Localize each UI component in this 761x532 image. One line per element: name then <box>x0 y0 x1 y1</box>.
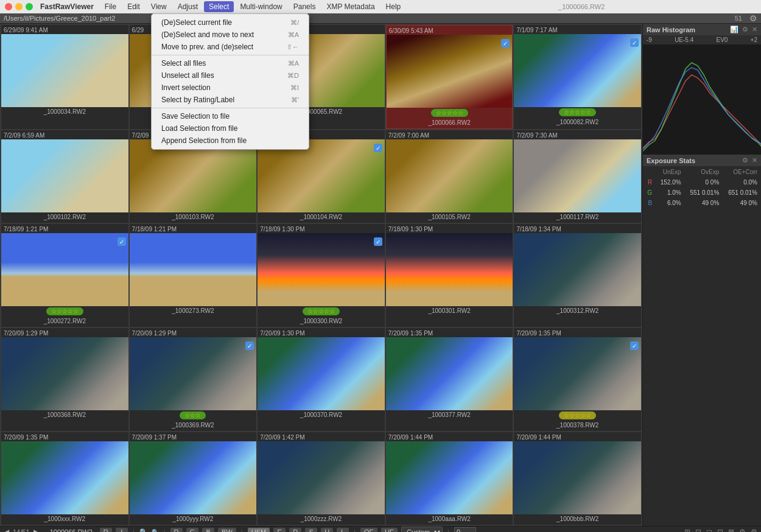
thumb-filename: _1000xxx.RW2 <box>1 514 128 525</box>
thumbnail-cell-17[interactable]: 7/20/09 1:29 PM✓☆☆☆_1000369.RW2 <box>130 328 257 431</box>
btn-H[interactable]: H <box>321 528 333 532</box>
histogram-close-icon[interactable]: ✕ <box>752 26 757 33</box>
compare-icon[interactable]: ⊠ <box>728 528 734 532</box>
grid-4-icon[interactable]: ⊞ <box>684 528 690 532</box>
thumbnail-cell-6[interactable]: 7/2/09 6:59 AM_1000102.RW2 <box>1 130 128 223</box>
single-view-icon[interactable]: ◻ <box>706 528 712 532</box>
thumbnail-cell-22[interactable]: 7/20/09 1:37 PM_1000yyy.RW2 <box>130 432 257 525</box>
btn-BW[interactable]: BW <box>218 528 236 532</box>
menu-move-prev-deselect[interactable]: Move to prev. and (de)select ⇧← <box>152 41 309 53</box>
number-input[interactable] <box>454 527 476 532</box>
thumbnail-cell-25[interactable]: 7/20/09 1:44 PM_1000bbb.RW2 <box>514 432 641 525</box>
exposure-table: UnExp OvExp OE+Corr R 152.0% 0 0% 0.0% G… <box>643 166 761 209</box>
info-icon[interactable]: ⚙ <box>751 528 757 532</box>
btn-S[interactable]: S <box>305 528 317 532</box>
hist-label-right: +2 <box>751 37 757 43</box>
thumbnail-cell-21[interactable]: 7/20/09 1:35 PM_1000xxx.RW2 <box>1 432 128 525</box>
thumb-timestamp: 7/20/09 1:35 PM <box>1 432 128 441</box>
window-controls <box>5 3 33 10</box>
exp-ovexp: 0 0% <box>685 178 722 187</box>
exposure-gear-icon[interactable]: ⚙ <box>742 156 748 164</box>
exposure-row-b: B 6.0% 49 0% 49 0% <box>644 198 760 208</box>
menu-help[interactable]: Help <box>381 1 406 12</box>
btn-i[interactable]: I <box>116 528 128 532</box>
btn-D[interactable]: D <box>289 528 301 532</box>
menu-select[interactable]: Select <box>204 1 234 12</box>
menu-panels[interactable]: Panels <box>289 1 321 12</box>
thumbnail-cell-15[interactable]: 7/18/09 1:34 PM_1000312.RW2 <box>514 224 641 327</box>
thumb-checkbox[interactable]: ✓ <box>630 341 639 350</box>
thumb-timestamp: 7/2/09 6:59 AM <box>1 130 128 139</box>
thumb-timestamp: 7/20/09 1:29 PM <box>1 328 128 337</box>
btn-E[interactable]: E <box>273 528 286 532</box>
maximize-button[interactable] <box>26 3 33 10</box>
window-title: _1000066.RW2 <box>558 3 605 10</box>
thumb-checkbox[interactable]: ✓ <box>501 39 510 47</box>
menu-multiwindow[interactable]: Multi-window <box>235 1 287 12</box>
btn-L[interactable]: L <box>337 528 349 532</box>
menu-file[interactable]: File <box>100 1 121 12</box>
btn-R-channel[interactable]: R <box>170 528 183 532</box>
menu-invert-selection[interactable]: Invert selection ⌘I <box>152 82 309 94</box>
fullscreen-icon[interactable]: ⊡ <box>717 528 723 532</box>
btn-r[interactable]: R <box>100 528 112 532</box>
thumb-timestamp: 7/2/09 7:00 AM <box>386 130 513 139</box>
minimize-button[interactable] <box>15 3 23 10</box>
thumbnail-cell-12[interactable]: 7/18/09 1:21 PM_1000273.RW2 <box>130 224 257 327</box>
toolbar-gear-icon[interactable]: ⚙ <box>749 13 757 23</box>
thumbnail-cell-20[interactable]: 7/20/09 1:35 PM✓☆☆☆☆☆_1000378.RW2 <box>514 328 641 431</box>
next-button[interactable]: ▶ <box>33 528 39 532</box>
menu-edit[interactable]: Edit <box>122 1 145 12</box>
thumbnail-area[interactable]: 6/29/09 9:41 AM_1000034.RW26/29_1000035.… <box>0 24 642 526</box>
menu-deselect-move-next[interactable]: (De)Select and move to next ⌘A <box>152 29 309 41</box>
thumb-checkbox[interactable]: ✓ <box>245 341 254 350</box>
custom-dropdown[interactable]: Custom <box>401 527 443 532</box>
menu-divider-2 <box>152 108 309 108</box>
settings-icon[interactable]: ⚙ <box>739 528 746 532</box>
thumbnail-cell-10[interactable]: 7/2/09 7:30 AM_1000117.RW2 <box>514 130 641 223</box>
menu-adjust[interactable]: Adjust <box>173 1 203 12</box>
thumbnail-cell-16[interactable]: 7/20/09 1:29 PM_1000368.RW2 <box>1 328 128 431</box>
zoom-out-icon[interactable]: 🔍 <box>139 528 148 533</box>
grid-2-icon[interactable]: ⊟ <box>695 528 701 532</box>
menu-select-by-rating[interactable]: Select by Rating/Label ⌘' <box>152 94 309 106</box>
thumb-checkbox[interactable]: ✓ <box>374 144 382 152</box>
close-button[interactable] <box>5 3 12 10</box>
menu-select-all[interactable]: Select all files ⌘A <box>152 57 309 69</box>
histogram-gear-icon[interactable]: ⚙ <box>742 26 748 33</box>
btn-UE[interactable]: UE <box>381 528 398 532</box>
menu-deselect-current[interactable]: (De)Select current file ⌘/ <box>152 16 309 29</box>
thumb-checkbox[interactable]: ✓ <box>630 38 639 47</box>
thumbnail-cell-4[interactable]: 6/30/09 5:43 AM✓☆☆☆☆☆_1000066.RW2 <box>386 25 513 129</box>
thumb-image <box>514 337 641 410</box>
btn-OE[interactable]: OE <box>360 528 377 532</box>
thumbnail-cell-9[interactable]: 7/2/09 7:00 AM_1000105.RW2 <box>386 130 513 223</box>
thumbnail-cell-23[interactable]: 7/20/09 1:42 PM_1000zzz.RW2 <box>258 432 385 525</box>
menu-xmp[interactable]: XMP Metadata <box>321 1 379 12</box>
thumbnail-cell-1[interactable]: 6/29/09 9:41 AM_1000034.RW2 <box>1 25 128 129</box>
thumbnail-cell-14[interactable]: 7/18/09 1:30 PM_1000301.RW2 <box>386 224 513 327</box>
thumbnail-cell-18[interactable]: 7/20/09 1:30 PM_1000370.RW2 <box>258 328 385 431</box>
menu-append-selection[interactable]: Append Selection from file <box>152 135 309 147</box>
btn-USM[interactable]: USM <box>248 528 270 532</box>
thumb-image <box>258 441 385 514</box>
prev-button[interactable]: ◀ <box>4 528 9 532</box>
histogram-chart-icon[interactable]: 📊 <box>730 26 738 33</box>
thumbnail-cell-24[interactable]: 7/20/09 1:44 PM_1000aaa.RW2 <box>386 432 513 525</box>
thumbnail-cell-5[interactable]: 7/1/09 7:17 AM✓☆☆☆☆☆_1000082.RW2 <box>514 25 641 129</box>
btn-B-channel[interactable]: B <box>202 528 214 532</box>
thumbnail-cell-11[interactable]: 7/18/09 1:21 PM✓☆☆☆☆☆_1000272.RW2 <box>1 224 128 327</box>
thumb-checkbox[interactable]: ✓ <box>374 237 382 246</box>
zoom-in-icon[interactable]: 🔍 <box>152 529 159 533</box>
menu-load-selection[interactable]: Load Selection from file <box>152 122 309 135</box>
thumb-image <box>514 233 641 306</box>
thumb-image <box>258 337 385 410</box>
thumb-checkbox[interactable]: ✓ <box>117 237 126 246</box>
thumbnail-cell-13[interactable]: 7/18/09 1:30 PM✓☆☆☆☆☆_1000300.RW2 <box>258 224 385 327</box>
thumbnail-cell-19[interactable]: 7/20/09 1:35 PM_1000377.RW2 <box>386 328 513 431</box>
menu-save-selection[interactable]: Save Selection to file <box>152 110 309 122</box>
btn-G-channel[interactable]: G <box>186 528 199 532</box>
exposure-close-icon[interactable]: ✕ <box>752 156 757 164</box>
menu-view[interactable]: View <box>146 1 172 12</box>
menu-unselect-all[interactable]: Unselect all files ⌘D <box>152 69 309 82</box>
